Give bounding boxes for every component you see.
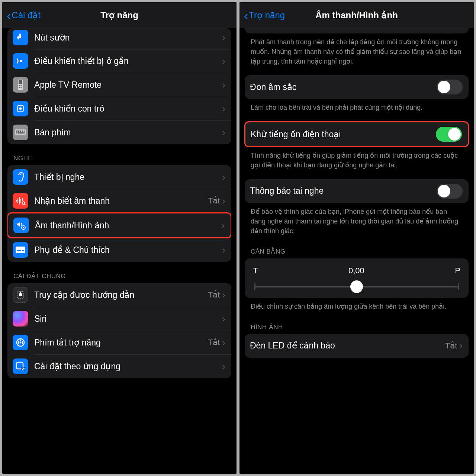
row-label: Phím tắt trợ năng <box>34 338 208 348</box>
svg-rect-14 <box>22 131 23 132</box>
row-label: Khử tiếng ồn điện thoại <box>251 129 436 139</box>
svg-point-1 <box>20 60 22 62</box>
slider-knob[interactable] <box>350 280 363 293</box>
row-value: Tắt <box>445 341 457 351</box>
row-guided[interactable]: Truy cập được hướng dẫnTắt› <box>7 283 231 307</box>
chevron-right-icon: › <box>459 340 463 351</box>
svg-rect-3 <box>19 80 22 84</box>
page-title: Âm thanh/Hình ảnh <box>315 10 398 20</box>
row-mono-audio[interactable]: Đơn âm sắc <box>245 75 469 99</box>
chevron-right-icon: › <box>222 55 225 67</box>
mono-footer: Làm cho loa bên trái và bên phải phát cù… <box>245 99 469 114</box>
row-value: Tắt <box>208 290 220 300</box>
row-label: Nhận biết âm thanh <box>34 196 208 206</box>
mono-group: Đơn âm sắc <box>245 75 469 99</box>
svg-point-27 <box>23 227 24 228</box>
svg-point-4 <box>19 85 20 86</box>
row-ear[interactable]: Thiết bị nghe› <box>7 165 231 189</box>
balance-labels: T 0,00 P <box>253 266 460 276</box>
toggle-mono[interactable] <box>437 80 463 94</box>
side-button-icon <box>13 30 28 45</box>
section-hearing: Thiết bị nghe›Nhận biết âm thanhTắt›Âm t… <box>7 165 231 262</box>
row-headphone-notification[interactable]: Thông báo tai nghe <box>245 179 469 203</box>
row-siri[interactable]: Siri› <box>7 307 231 331</box>
svg-point-33 <box>20 342 22 344</box>
chevron-right-icon: › <box>222 171 225 183</box>
balance-slider[interactable] <box>254 286 459 287</box>
row-label: Apple TV Remote <box>34 80 222 90</box>
chevron-right-icon: › <box>222 289 225 301</box>
row-noise-cancellation[interactable]: Khử tiếng ồn điện thoại <box>245 122 468 146</box>
row-label: Nút sườn <box>34 33 222 43</box>
svg-point-9 <box>20 108 21 109</box>
subtitles-icon <box>13 242 28 258</box>
right-content: Phát âm thanh trong nền để che lấp tiếng… <box>239 28 474 474</box>
highlight-box: Âm thanh/Hình ảnh› <box>7 212 231 238</box>
svg-rect-11 <box>16 131 17 132</box>
section-physical: Nút sườn›Điều khiển thiết bị ở gần›Apple… <box>7 28 231 144</box>
row-label: Cài đặt theo ứng dụng <box>34 361 222 372</box>
row-subtitles[interactable]: Phụ đề & Chú thích› <box>7 238 231 262</box>
row-label: Âm thanh/Hình ảnh <box>35 221 221 231</box>
toggle-noise-cancel[interactable] <box>436 127 462 142</box>
row-led-flash[interactable]: Đèn LED để cảnh báo Tắt › <box>245 334 469 358</box>
headphone-group: Thông báo tai nghe <box>245 179 469 203</box>
noise-footer: Tính năng khử tiếng ồn giúp giảm tiếng ồ… <box>245 147 469 171</box>
guided-icon <box>13 287 28 303</box>
svg-point-7 <box>21 87 22 88</box>
page-title: Trợ năng <box>100 10 138 20</box>
row-nearby[interactable]: Điều khiển thiết bị ở gần› <box>7 49 231 73</box>
row-label: Truy cập được hướng dẫn <box>34 290 208 300</box>
balance-right-label: P <box>455 266 460 276</box>
sound-rec-icon <box>13 193 28 209</box>
back-button[interactable]: ‹ Cài đặt <box>7 9 41 22</box>
audio-visual-icon <box>13 218 29 233</box>
chevron-right-icon: › <box>222 79 225 91</box>
svg-point-5 <box>21 85 22 86</box>
chevron-right-icon: › <box>222 32 225 44</box>
row-side-button[interactable]: Nút sườn› <box>7 28 231 49</box>
row-label: Đèn LED để cảnh báo <box>250 341 445 351</box>
row-per-app[interactable]: Cài đặt theo ứng dụng› <box>7 354 231 378</box>
svg-rect-17 <box>18 132 23 134</box>
row-sound-rec[interactable]: Nhận biết âm thanhTắt› <box>7 189 231 213</box>
row-audio-visual[interactable]: Âm thanh/Hình ảnh› <box>8 213 231 237</box>
tv-remote-icon <box>13 77 28 93</box>
navbar-right: ‹ Trợ năng Âm thanh/Hình ảnh <box>239 2 474 28</box>
chevron-right-icon: › <box>222 361 225 372</box>
svg-rect-20 <box>17 199 18 203</box>
headphone-footer: Để bảo vệ thính giác của bạn, iPhone gửi… <box>245 203 469 237</box>
shortcut-icon <box>13 335 28 350</box>
chevron-left-icon: ‹ <box>7 9 11 22</box>
svg-rect-28 <box>16 247 25 253</box>
section-header-hearing: NGHE <box>7 144 231 165</box>
row-tv-remote[interactable]: Apple TV Remote› <box>7 73 231 97</box>
siri-icon <box>13 311 28 327</box>
row-label: Điều khiển thiết bị ở gần <box>34 56 222 66</box>
row-label: Thiết bị nghe <box>34 172 222 182</box>
svg-rect-29 <box>17 250 21 251</box>
svg-rect-18 <box>23 132 25 134</box>
svg-rect-0 <box>20 34 20 37</box>
back-button[interactable]: ‹ Trợ năng <box>244 9 285 22</box>
ear-icon <box>13 169 28 185</box>
row-label: Siri <box>34 314 222 324</box>
keyboard-icon <box>13 125 28 140</box>
navbar-left: ‹ Cài đặt Trợ năng <box>2 2 237 28</box>
left-screen: ‹ Cài đặt Trợ năng Nút sườn›Điều khiển t… <box>2 2 237 474</box>
svg-point-6 <box>19 87 20 88</box>
back-label: Trợ năng <box>249 10 285 20</box>
row-keyboard[interactable]: Bàn phím› <box>7 120 231 144</box>
toggle-headphone[interactable] <box>437 184 463 199</box>
svg-rect-13 <box>20 131 21 132</box>
chevron-right-icon: › <box>222 313 225 325</box>
chevron-right-icon: › <box>222 127 225 138</box>
image-header: HÌNH ẢNH <box>245 313 469 334</box>
chevron-right-icon: › <box>222 244 225 256</box>
row-pointer[interactable]: Điều khiển con trỏ› <box>7 97 231 120</box>
row-shortcut[interactable]: Phím tắt trợ năngTắt› <box>7 331 231 354</box>
chevron-right-icon: › <box>222 103 225 115</box>
svg-rect-12 <box>18 131 19 132</box>
row-label: Đơn âm sắc <box>250 82 437 92</box>
svg-rect-23 <box>22 198 23 201</box>
